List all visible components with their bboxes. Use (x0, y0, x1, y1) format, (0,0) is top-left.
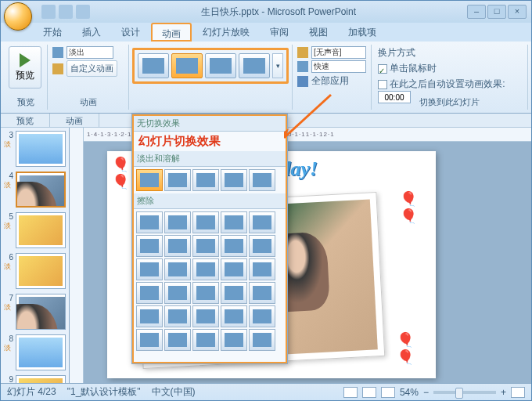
trans-wipe-9[interactable] (221, 235, 247, 257)
window-title: 生日快乐.pptx - Microsoft PowerPoint (90, 5, 467, 19)
on-click-label: 单击鼠标时 (390, 63, 437, 74)
vertical-ruler (70, 128, 84, 386)
trans-wipe-3[interactable] (192, 211, 219, 233)
trans-wipe-8[interactable] (192, 235, 219, 257)
ribbon: 预览 预览 自定义动画 动画 ▾ (1, 42, 531, 114)
tab-home[interactable]: 开始 (34, 23, 71, 42)
slide-thumbnails-panel: 3淡 4淡 5淡 6淡 7淡 8淡 9 (1, 128, 70, 386)
sound-icon (297, 47, 308, 58)
tab-view[interactable]: 视图 (300, 23, 337, 42)
trans-wipe-14[interactable] (221, 258, 247, 280)
trans-wipe-12[interactable] (164, 258, 191, 280)
status-template: "1_默认设计模板" (67, 385, 141, 399)
trans-wipe-27[interactable] (164, 329, 191, 351)
trans-wipe-4[interactable] (221, 211, 247, 233)
minimize-button[interactable]: – (467, 5, 486, 19)
trans-wipe-10[interactable] (249, 235, 275, 257)
trans-fade-2[interactable] (164, 169, 191, 191)
slideshow-view-button[interactable] (381, 387, 395, 398)
auto-after-label: 在此之后自动设置动画效果: (390, 78, 505, 89)
thumb-6[interactable] (16, 253, 66, 289)
normal-view-button[interactable] (343, 387, 358, 398)
group-preview-label: 预览 (4, 96, 47, 108)
zoom-slider[interactable] (433, 391, 496, 394)
transition-option-4[interactable] (239, 53, 270, 78)
trans-wipe-6[interactable] (136, 235, 163, 257)
trans-wipe-28[interactable] (192, 329, 219, 351)
office-button[interactable] (4, 2, 32, 31)
qat-undo-icon[interactable] (59, 5, 73, 19)
gallery-section-fade: 淡出和溶解 (134, 151, 286, 167)
trans-wipe-26[interactable] (136, 329, 163, 351)
zoom-in-button[interactable]: + (501, 387, 506, 398)
custom-animation-button[interactable]: 自定义动画 (66, 60, 117, 77)
trans-wipe-2[interactable] (164, 211, 191, 233)
play-icon (20, 53, 31, 67)
auto-after-checkbox[interactable] (378, 80, 387, 89)
tab-insert[interactable]: 插入 (73, 23, 110, 42)
apply-all-button[interactable]: 全部应用 (311, 74, 349, 88)
close-button[interactable]: × (508, 5, 527, 19)
group-animation-label: 动画 (48, 96, 128, 108)
trans-wipe-30[interactable] (249, 329, 275, 351)
thumb-5[interactable] (16, 212, 66, 248)
thumb-4[interactable] (16, 172, 66, 208)
trans-wipe-11[interactable] (136, 258, 163, 280)
trans-fade-1[interactable] (136, 169, 163, 191)
trans-wipe-29[interactable] (221, 329, 247, 351)
custom-anim-icon (52, 63, 63, 74)
trans-wipe-15[interactable] (249, 258, 275, 280)
gallery-annotation: 幻灯片切换效果 (134, 132, 286, 151)
transition-fade[interactable] (171, 53, 203, 78)
maximize-button[interactable]: □ (487, 5, 506, 19)
trans-wipe-18[interactable] (192, 282, 219, 304)
trans-wipe-13[interactable] (192, 258, 219, 280)
on-click-checkbox[interactable] (378, 64, 387, 74)
trans-wipe-19[interactable] (221, 282, 247, 304)
thumb-7[interactable] (16, 294, 66, 330)
trans-fade-4[interactable] (221, 169, 247, 191)
trans-wipe-22[interactable] (164, 305, 191, 327)
trans-wipe-21[interactable] (136, 305, 163, 327)
trans-fade-5[interactable] (249, 169, 275, 191)
speed-dropdown[interactable] (311, 60, 366, 73)
trans-wipe-20[interactable] (249, 282, 275, 304)
apply-all-icon (297, 76, 308, 87)
trans-fade-3[interactable] (192, 169, 219, 191)
animate-dropdown[interactable] (66, 46, 113, 59)
trans-wipe-1[interactable] (136, 211, 163, 233)
trans-wipe-7[interactable] (164, 235, 191, 257)
pane-preview-label: 预览 (1, 114, 50, 127)
ribbon-tabs: 开始 插入 设计 动画 幻灯片放映 审阅 视图 加载项 (1, 23, 531, 42)
trans-wipe-24[interactable] (221, 305, 247, 327)
preview-button[interactable]: 预览 (9, 46, 41, 89)
balloons-right-icon (400, 190, 431, 229)
sorter-view-button[interactable] (362, 387, 376, 398)
sound-dropdown[interactable] (311, 46, 366, 59)
group-transition-label: 切换到此幻灯片 (372, 96, 527, 108)
transition-gallery-popup: 无切换效果 幻灯片切换效果 淡出和溶解 擦除 (131, 114, 288, 364)
status-language: 中文(中国) (152, 385, 196, 399)
trans-wipe-5[interactable] (249, 211, 275, 233)
tab-animation[interactable]: 动画 (151, 23, 192, 42)
gallery-section-wipe: 擦除 (134, 193, 286, 209)
fit-view-button[interactable] (511, 387, 525, 398)
trans-wipe-16[interactable] (136, 282, 163, 304)
tab-addins[interactable]: 加载项 (339, 23, 386, 42)
qat-redo-icon[interactable] (76, 5, 90, 19)
trans-wipe-17[interactable] (164, 282, 191, 304)
transition-none[interactable] (138, 53, 169, 78)
trans-wipe-23[interactable] (192, 305, 219, 327)
transition-option-3[interactable] (205, 53, 236, 78)
thumb-8[interactable] (16, 334, 66, 370)
tab-review[interactable]: 审阅 (261, 23, 298, 42)
switch-method-label: 换片方式 (378, 46, 521, 60)
qat-save-icon[interactable] (41, 5, 56, 19)
tab-design[interactable]: 设计 (112, 23, 149, 42)
tab-slideshow[interactable]: 幻灯片放映 (193, 23, 259, 42)
zoom-out-button[interactable]: − (423, 387, 429, 398)
gallery-section-none: 无切换效果 (134, 116, 286, 132)
trans-wipe-25[interactable] (249, 305, 275, 327)
gallery-expand-button[interactable]: ▾ (272, 53, 283, 78)
thumb-3[interactable] (16, 131, 66, 167)
